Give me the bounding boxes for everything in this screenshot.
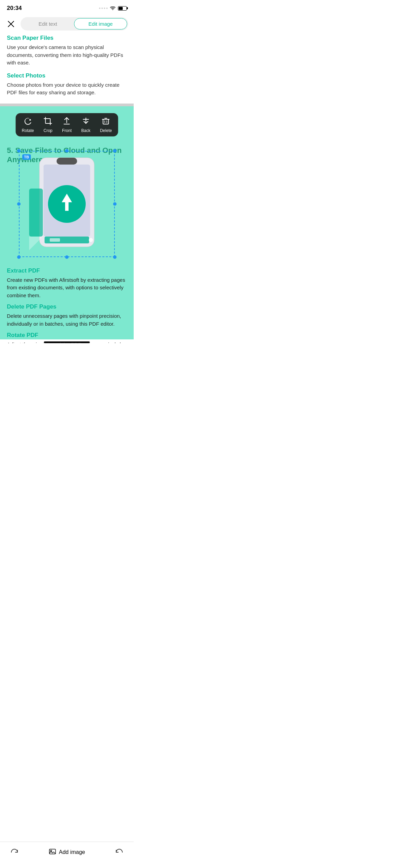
wifi-icon [110, 6, 116, 11]
status-time: 20:34 [7, 5, 22, 12]
delete-icon [101, 117, 110, 127]
handle-middle-left[interactable] [17, 202, 21, 206]
image-edit-toolbar: Rotate Crop [16, 113, 118, 136]
back-icon [81, 117, 90, 127]
battery-icon [118, 6, 127, 11]
back-tool[interactable]: Back [81, 117, 90, 133]
select-photos-title: Select Photos [7, 72, 127, 79]
front-label: Front [62, 128, 72, 133]
crop-tool[interactable]: Crop [44, 117, 52, 133]
content-top: Scan Paper Files Use your device's camer… [0, 35, 134, 104]
handle-bottom-right[interactable] [113, 255, 117, 259]
status-bar: 20:34 [0, 0, 134, 14]
delete-label: Delete [100, 128, 112, 133]
delete-pages-title: Delete PDF Pages [7, 303, 127, 310]
top-toolbar: Edit text Edit image [0, 14, 134, 35]
section-divider [0, 104, 134, 106]
handle-bottom-center[interactable] [65, 255, 69, 259]
handle-middle-right[interactable] [113, 202, 117, 206]
edit-text-tab[interactable]: Edit text [22, 18, 74, 29]
extract-pdf-title: Extract PDF [7, 267, 127, 274]
green-content-section: Rotate Crop [0, 106, 134, 312]
handle-top-center[interactable] [65, 149, 69, 153]
rotate-pdf-desc: Adjust the orientation of the PDF pages … [7, 341, 127, 343]
tb-badge: TB [22, 154, 31, 160]
delete-pages-desc: Delete unnecessary pages with pinpoint p… [7, 312, 127, 328]
status-icons [99, 6, 127, 11]
extract-pdf-desc: Create new PDFs with Afirstsoft by extra… [7, 276, 127, 300]
rotate-pdf-title: Rotate PDF [7, 332, 127, 339]
delete-tool[interactable]: Delete [100, 117, 112, 133]
crop-label: Crop [44, 128, 52, 133]
selected-image-container[interactable]: TB [19, 151, 115, 257]
selection-border [19, 151, 115, 257]
front-tool[interactable]: Front [62, 117, 72, 133]
rotate-label: Rotate [22, 128, 34, 133]
front-icon [62, 117, 71, 127]
rotate-tool[interactable]: Rotate [22, 117, 34, 133]
close-button[interactable] [5, 19, 16, 29]
select-photos-desc: Choose photos from your device to quickl… [7, 81, 127, 97]
extract-pdf-section: Extract PDF Create new PDFs with Afirsts… [7, 267, 127, 343]
handle-top-left[interactable] [17, 149, 21, 153]
handle-bottom-left[interactable] [17, 255, 21, 259]
scan-files-title: Scan Paper Files [7, 35, 127, 41]
rotate-icon [23, 117, 32, 127]
crop-icon [44, 117, 52, 127]
tab-group: Edit text Edit image [21, 17, 128, 31]
signal-dots-icon [99, 8, 108, 9]
scan-files-desc: Use your device's camera to scan physica… [7, 44, 127, 67]
back-label: Back [81, 128, 90, 133]
handle-top-right[interactable] [113, 149, 117, 153]
svg-rect-11 [103, 119, 109, 124]
edit-image-tab[interactable]: Edit image [74, 18, 127, 29]
svg-rect-2 [46, 119, 50, 123]
